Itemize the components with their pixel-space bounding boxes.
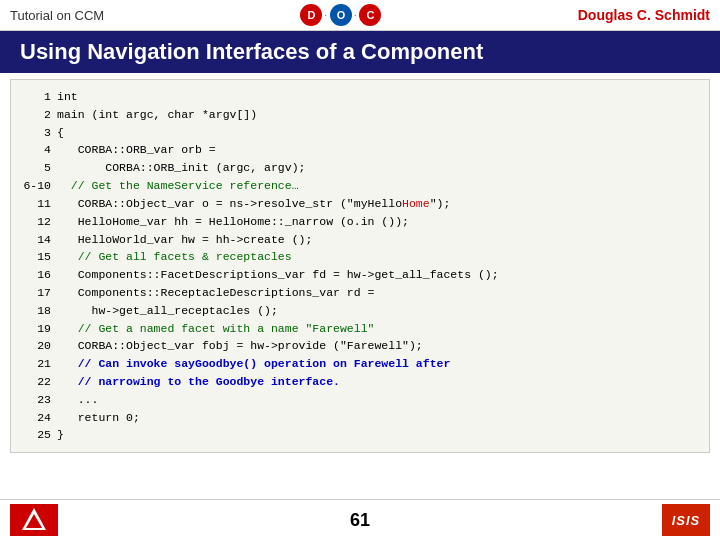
code-line-5: 5 CORBA::ORB_init (argc, argv);: [23, 159, 697, 177]
title-section: Using Navigation Interfaces of a Compone…: [0, 31, 720, 73]
line-num-1: 1: [23, 88, 51, 106]
line-num-14: 14: [23, 231, 51, 249]
code-line-1: 1 int: [23, 88, 697, 106]
line-num-25: 25: [23, 426, 51, 444]
line-num-17: 17: [23, 284, 51, 302]
code-line-12: 12 HelloHome_var hh = HelloHome::_narrow…: [23, 213, 697, 231]
page-number: 61: [350, 510, 370, 531]
code-text-21: // Can invoke sayGoodbye() operation on …: [57, 355, 450, 373]
line-num-6: 6-10: [23, 177, 51, 195]
code-text-1: int: [57, 88, 78, 106]
header: Tutorial on CCM D · O · C Douglas C. Sch…: [0, 0, 720, 31]
vanderbilt-logo-icon: [20, 506, 48, 534]
code-text-14: HelloWorld_var hw = hh->create ();: [57, 231, 312, 249]
code-line-21: 21 // Can invoke sayGoodbye() operation …: [23, 355, 697, 373]
code-text-22: // narrowing to the Goodbye interface.: [57, 373, 340, 391]
logo-text2: ·: [354, 10, 358, 20]
footer-right-logo: ISIS: [662, 504, 710, 536]
code-line-6: 6-10 // Get the NameService reference…: [23, 177, 697, 195]
code-text-16: Components::FacetDescriptions_var fd = h…: [57, 266, 499, 284]
header-tutorial-label: Tutorial on CCM: [10, 8, 104, 23]
code-line-20: 20 CORBA::Object_var fobj = hw->provide …: [23, 337, 697, 355]
code-text-19: // Get a named facet with a name "Farewe…: [57, 320, 374, 338]
code-text-20: CORBA::Object_var fobj = hw->provide ("F…: [57, 337, 423, 355]
isis-label: ISIS: [672, 513, 701, 528]
line-num-24: 24: [23, 409, 51, 427]
code-line-24: 24 return 0;: [23, 409, 697, 427]
line-num-3: 3: [23, 124, 51, 142]
code-text-3: {: [57, 124, 64, 142]
code-line-2: 2 main (int argc, char *argv[]): [23, 106, 697, 124]
line-num-20: 20: [23, 337, 51, 355]
code-line-19: 19 // Get a named facet with a name "Far…: [23, 320, 697, 338]
code-text-17: Components::ReceptacleDescriptions_var r…: [57, 284, 374, 302]
code-text-23: ...: [57, 391, 98, 409]
code-text-15: // Get all facets & receptacles: [57, 248, 292, 266]
line-num-21: 21: [23, 355, 51, 373]
logo-d: D: [300, 4, 322, 26]
code-line-23: 23 ...: [23, 391, 697, 409]
code-text-6: // Get the NameService reference…: [57, 177, 299, 195]
line-num-18: 18: [23, 302, 51, 320]
code-text-24: return 0;: [57, 409, 140, 427]
line-num-5: 5: [23, 159, 51, 177]
line-num-2: 2: [23, 106, 51, 124]
code-line-18: 18 hw->get_all_receptacles ();: [23, 302, 697, 320]
code-text-11: CORBA::Object_var o = ns->resolve_str ("…: [57, 195, 450, 213]
footer: 61 ISIS: [0, 499, 720, 540]
code-line-16: 16 Components::FacetDescriptions_var fd …: [23, 266, 697, 284]
line-num-4: 4: [23, 141, 51, 159]
line-num-16: 16: [23, 266, 51, 284]
line-num-11: 11: [23, 195, 51, 213]
footer-left-logo: [10, 504, 58, 536]
line-num-12: 12: [23, 213, 51, 231]
code-text-12: HelloHome_var hh = HelloHome::_narrow (o…: [57, 213, 409, 231]
code-line-4: 4 CORBA::ORB_var orb =: [23, 141, 697, 159]
logo-c: C: [359, 4, 381, 26]
code-text-18: hw->get_all_receptacles ();: [57, 302, 278, 320]
code-line-15: 15 // Get all facets & receptacles: [23, 248, 697, 266]
code-line-14: 14 HelloWorld_var hw = hh->create ();: [23, 231, 697, 249]
code-line-11: 11 CORBA::Object_var o = ns->resolve_str…: [23, 195, 697, 213]
line-num-15: 15: [23, 248, 51, 266]
code-text-25: }: [57, 426, 64, 444]
line-num-22: 22: [23, 373, 51, 391]
code-line-3: 3 {: [23, 124, 697, 142]
code-block: 1 int 2 main (int argc, char *argv[]) 3 …: [10, 79, 710, 453]
code-text-5: CORBA::ORB_init (argc, argv);: [57, 159, 305, 177]
code-text-2: main (int argc, char *argv[]): [57, 106, 257, 124]
logo-text: ·: [324, 10, 328, 20]
code-line-25: 25 }: [23, 426, 697, 444]
header-author-label: Douglas C. Schmidt: [578, 7, 710, 23]
code-line-17: 17 Components::ReceptacleDescriptions_va…: [23, 284, 697, 302]
line-num-19: 19: [23, 320, 51, 338]
code-text-4: CORBA::ORB_var orb =: [57, 141, 216, 159]
line-num-23: 23: [23, 391, 51, 409]
code-line-22: 22 // narrowing to the Goodbye interface…: [23, 373, 697, 391]
doc-logo: D · O · C: [300, 4, 381, 26]
logo-o: O: [330, 4, 352, 26]
page-title: Using Navigation Interfaces of a Compone…: [20, 39, 700, 65]
